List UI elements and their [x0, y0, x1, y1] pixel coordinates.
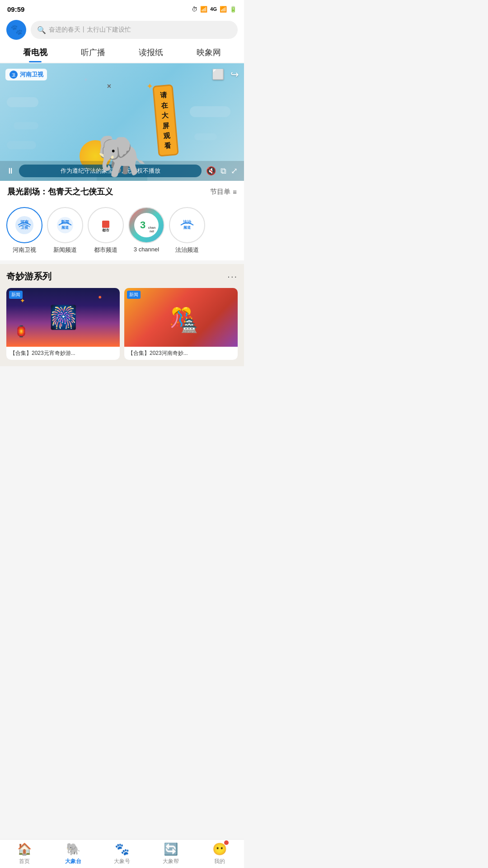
channel-label-ch3: 3 channel: [134, 246, 159, 253]
cloud-deco-5: [194, 133, 217, 140]
svg-text:卫视: 卫视: [21, 225, 28, 230]
ch3-logo: 3 chan nel: [134, 212, 159, 238]
card-label-2: 【合集】2023河南奇妙...: [124, 347, 238, 360]
henan-logo-icon: 卫: [9, 70, 18, 79]
tab-read-newspaper[interactable]: 读报纸: [122, 44, 180, 62]
search-placeholder: 奋进的春天丨太行山下建设忙: [49, 26, 131, 34]
status-time: 09:59: [7, 5, 24, 13]
svg-text:卫: 卫: [12, 73, 15, 77]
svg-point-13: [134, 213, 159, 237]
paw-icon: 🐾: [10, 24, 23, 36]
tab-yingxiang[interactable]: 映象网: [180, 44, 238, 62]
channel-name-overlay: 河南卫视: [20, 71, 43, 79]
channel-circle-henan: 河南 卫视: [6, 207, 42, 243]
card-tag-2: 新闻: [127, 291, 141, 299]
legal-channel-logo: 法治 频道: [174, 212, 200, 238]
card-label-1: 【合集】2023元宵奇妙游...: [6, 347, 120, 360]
channel-list: 河南 卫视 河南卫视 新闻 频道 新闻频道 都市: [0, 203, 244, 260]
section-more-button[interactable]: ···: [227, 271, 238, 282]
card-visual-2: 🎊 🏯: [169, 307, 193, 329]
svg-text:频道: 频道: [183, 226, 191, 230]
mute-icon[interactable]: 🔇: [206, 166, 216, 176]
video-top-controls: ⬜ ↪: [212, 69, 239, 80]
city-channel-logo: 都市: [93, 212, 118, 238]
lantern-emoji: 🏮: [14, 325, 28, 338]
fullscreen-icon[interactable]: ⤢: [231, 166, 238, 176]
sign-text: 请在大屏观看: [160, 90, 172, 151]
channel-item-city[interactable]: 都市 都市频道: [88, 207, 124, 254]
content-grid: 新闻 ✦ ✸ 🎆 🏮 【合集】2023元宵奇妙游... 新闻 🎊 🏯: [6, 288, 238, 366]
content-card-1[interactable]: 新闻 ✦ ✸ 🎆 🏮 【合集】2023元宵奇妙游...: [6, 288, 120, 360]
svg-point-17: [175, 213, 199, 237]
channel-label-legal: 法治频道: [175, 246, 199, 254]
cloud-deco-4: [7, 141, 36, 149]
channel-circle-ch3: 3 chan nel: [128, 207, 164, 243]
svg-text:都市: 都市: [102, 228, 109, 232]
tab-watch-tv[interactable]: 看电视: [6, 44, 64, 62]
henan-channel-logo: 河南 卫视: [12, 212, 37, 238]
app-logo[interactable]: 🐾: [6, 20, 26, 40]
play-pause-button[interactable]: ⏸: [6, 166, 14, 176]
content-card-2[interactable]: 新闻 🎊 🏯 【合集】2023河南奇妙...: [124, 288, 238, 360]
status-icons: ⏱ 📶 4G 📶 🔋: [192, 6, 237, 13]
qimiao-section: 奇妙游系列 ··· 新闻 ✦ ✸ 🎆 🏮 【合集】2023元宵奇妙游... 新闻: [0, 264, 244, 366]
video-frame: 卫 河南卫视 ⬜ ↪ 请在大屏观看 × ✦ ✦ 🐘: [0, 63, 244, 181]
cloud-deco-1: [7, 97, 38, 107]
wifi-icon: 📶: [200, 6, 207, 13]
schedule-button[interactable]: 节目单 ≡: [210, 188, 237, 196]
channel-item-legal[interactable]: 法治 频道 法治频道: [169, 207, 205, 254]
channel-item-henan[interactable]: 河南 卫视 河南卫视: [6, 207, 42, 254]
svg-text:nel: nel: [150, 230, 154, 233]
video-right-controls: 🔇 ⧉ ⤢: [206, 166, 238, 176]
channel-item-news[interactable]: 新闻 频道 新闻频道: [47, 207, 83, 254]
card-thumb-2: 新闻 🎊 🏯: [124, 288, 238, 347]
signal-bars-icon: 📶: [220, 6, 227, 13]
pagoda-emoji: 🏯: [181, 317, 197, 333]
sign-box: 请在大屏观看: [152, 84, 179, 156]
elephant-illustration: 🐘: [97, 136, 147, 176]
close-sign-icon[interactable]: ×: [107, 82, 111, 90]
card-thumb-1: 新闻 ✦ ✸ 🎆 🏮: [6, 288, 120, 347]
channel-label-city: 都市频道: [94, 246, 117, 254]
sparkle-icon-1: ✦: [146, 81, 153, 91]
timer-icon: ⏱: [192, 6, 197, 13]
svg-rect-11: [102, 221, 109, 228]
svg-text:3: 3: [140, 219, 145, 231]
status-bar: 09:59 ⏱ 📶 4G 📶 🔋: [0, 0, 244, 16]
channel-label-news: 新闻频道: [53, 246, 77, 254]
schedule-icon: ≡: [233, 188, 237, 196]
channel-label-henan: 河南卫视: [13, 246, 36, 254]
card-visual-1: ✦ ✸ 🎆 🏮: [49, 306, 77, 329]
channel-circle-legal: 法治 频道: [169, 207, 205, 243]
news-channel-logo: 新闻 频道: [52, 212, 78, 238]
battery-icon: 🔋: [230, 6, 237, 13]
sparkle-icon-2: ✦: [83, 76, 89, 83]
cloud-deco-2: [190, 106, 230, 117]
program-title: 晨光剧场：包青天之七侠五义: [7, 186, 113, 197]
search-bar[interactable]: 🔍 奋进的春天丨太行山下建设忙: [31, 21, 238, 39]
video-player[interactable]: 卫 河南卫视 ⬜ ↪ 请在大屏观看 × ✦ ✦ 🐘: [0, 63, 244, 181]
section-title: 奇妙游系列: [6, 270, 52, 283]
channel-logo-overlay: 卫 河南卫视: [5, 69, 47, 80]
section-header: 奇妙游系列 ···: [6, 270, 238, 283]
pip-icon[interactable]: ⧉: [221, 166, 226, 176]
cloud-deco-3: [14, 122, 38, 129]
header: 🐾 🔍 奋进的春天丨太行山下建设忙: [0, 16, 244, 40]
nav-tabs: 看电视 听广播 读报纸 映象网: [0, 40, 244, 62]
channel-circle-news: 新闻 频道: [47, 207, 83, 243]
channel-item-ch3[interactable]: 3 chan nel 3 channel: [128, 207, 164, 254]
svg-text:chan: chan: [148, 226, 155, 229]
firework-emoji: 🎆: [49, 306, 77, 329]
program-info: 晨光剧场：包青天之七侠五义 节目单 ≡: [0, 181, 244, 203]
cast-icon[interactable]: ⬜: [212, 69, 224, 80]
tab-listen-radio[interactable]: 听广播: [64, 44, 122, 62]
schedule-label: 节目单: [210, 188, 230, 196]
svg-text:频道: 频道: [61, 226, 69, 230]
signal-4g-icon: 4G: [210, 6, 217, 12]
channel-circle-city: 都市: [88, 207, 124, 243]
search-icon: 🔍: [37, 26, 46, 34]
share-icon[interactable]: ↪: [230, 69, 239, 80]
elephant-scene: 请在大屏观看 × ✦ ✦ 🐘: [97, 63, 147, 181]
